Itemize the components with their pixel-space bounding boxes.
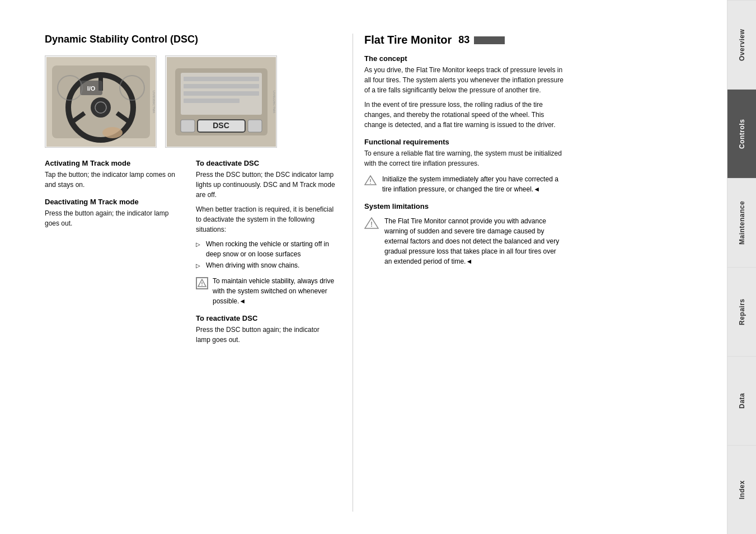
functional-note-text: Initialize the system immediately after … bbox=[382, 174, 565, 194]
svg-point-6 bbox=[91, 97, 111, 118]
svg-rect-17 bbox=[184, 77, 259, 81]
svg-rect-24 bbox=[248, 120, 262, 132]
svg-rect-19 bbox=[184, 91, 259, 96]
ftm-title: Flat Tire Monitor bbox=[364, 34, 452, 46]
functional-title: Functional requirements bbox=[364, 138, 565, 146]
functional-text: To ensure a reliable flat tire warning, … bbox=[364, 148, 565, 168]
svg-text:DSC: DSC bbox=[213, 121, 229, 130]
dsc-text-sections: Activating M Track mode Tap the button; … bbox=[45, 159, 336, 349]
deactivate-text: Press the DSC button; the DSC indicator … bbox=[196, 170, 336, 200]
svg-point-28 bbox=[201, 285, 203, 286]
page-container: Dynamic Stability Control (DSC) bbox=[0, 0, 756, 534]
svg-text:UVI0369CTMA: UVI0369CTMA bbox=[152, 90, 156, 113]
reactivate-title: To reactivate DSC bbox=[196, 314, 336, 322]
bullet-2: When driving with snow chains. bbox=[196, 260, 336, 270]
svg-rect-20 bbox=[184, 99, 240, 103]
reactivate-text: Press the DSC button again; the indicato… bbox=[196, 325, 336, 345]
bullet-1: When rocking the vehicle or starting off… bbox=[196, 239, 336, 259]
stability-note-text: To maintain vehicle stability, always dr… bbox=[213, 276, 336, 306]
functional-note-box: Initialize the system immediately after … bbox=[364, 174, 565, 194]
limitations-note-box: ! The Flat Tire Monitor cannot provide y… bbox=[364, 216, 565, 266]
svg-point-31 bbox=[370, 183, 371, 184]
page-bar bbox=[474, 36, 505, 44]
concept-text2: In the event of tire pressure loss, the … bbox=[364, 100, 565, 130]
activating-title: Activating M Track mode bbox=[45, 159, 185, 167]
images-row: I/O UVI0369CTMA bbox=[45, 55, 336, 148]
warning-triangle-icon: ! bbox=[364, 217, 380, 266]
svg-text:UVI0228CTMA: UVI0228CTMA bbox=[273, 90, 276, 113]
limitations-text: The Flat Tire Monitor cannot provide you… bbox=[384, 216, 565, 266]
svg-text:!: ! bbox=[370, 221, 373, 228]
dsc-section-title: Dynamic Stability Control (DSC) bbox=[45, 34, 336, 45]
page-number: 83 bbox=[458, 34, 469, 46]
concept-title: The concept bbox=[364, 54, 565, 63]
svg-text:I/O: I/O bbox=[87, 85, 95, 92]
right-column: Flat Tire Monitor 83 The concept As you … bbox=[353, 34, 565, 512]
svg-rect-18 bbox=[184, 84, 259, 88]
stability-note: To maintain vehicle stability, always dr… bbox=[196, 276, 336, 306]
deactivating-text: Press the button again; the indicator la… bbox=[45, 208, 185, 228]
deactivate-dsc-title: To deactivate DSC bbox=[196, 159, 336, 167]
sidebar-item-repairs[interactable]: Repairs bbox=[727, 267, 756, 356]
ftm-header: Flat Tire Monitor 83 bbox=[364, 34, 565, 46]
main-content: Dynamic Stability Control (DSC) bbox=[0, 0, 727, 534]
steering-wheel-image: I/O UVI0369CTMA bbox=[45, 55, 157, 148]
limitations-title: System limitations bbox=[364, 202, 565, 210]
sidebar-item-overview[interactable]: Overview bbox=[727, 0, 756, 89]
svg-rect-23 bbox=[181, 120, 195, 132]
right-sub-column: To deactivate DSC Press the DSC button; … bbox=[196, 159, 336, 349]
activating-text: Tap the button; the indicator lamp comes… bbox=[45, 170, 185, 190]
left-column: Dynamic Stability Control (DSC) bbox=[45, 34, 336, 512]
deactivate-text2: When better traction is required, it is … bbox=[196, 204, 336, 235]
triangle-note-icon bbox=[364, 175, 378, 194]
sidebar-item-controls[interactable]: Controls bbox=[727, 89, 756, 178]
left-sub-column: Activating M Track mode Tap the button; … bbox=[45, 159, 185, 349]
note-icon bbox=[196, 277, 208, 289]
deactivating-title: Deactivating M Track mode bbox=[45, 198, 185, 206]
dsc-panel-image: DSC UVI0228CTMA bbox=[165, 55, 277, 148]
concept-text1: As you drive, the Flat Tire Monitor keep… bbox=[364, 65, 565, 95]
svg-point-12 bbox=[102, 127, 123, 138]
sidebar-item-maintenance[interactable]: Maintenance bbox=[727, 178, 756, 267]
sidebar-item-data[interactable]: Data bbox=[727, 356, 756, 445]
sidebar: Overview Controls Maintenance Repairs Da… bbox=[727, 0, 756, 534]
sidebar-item-index[interactable]: Index bbox=[727, 445, 756, 534]
